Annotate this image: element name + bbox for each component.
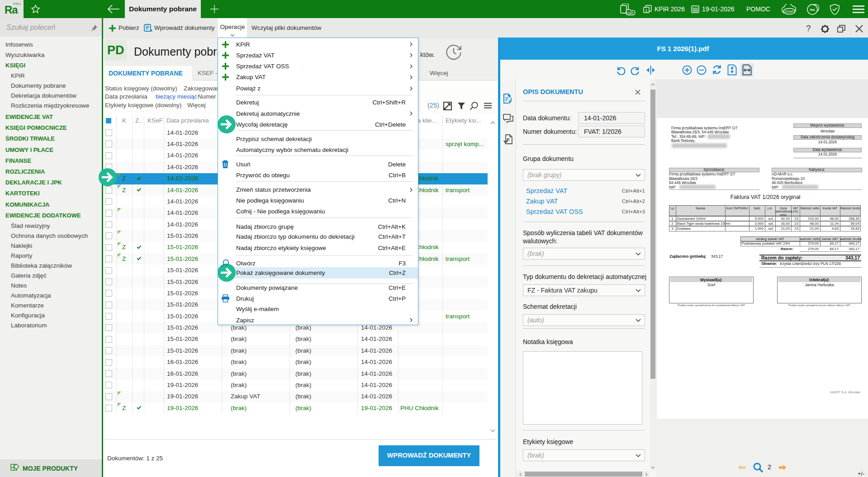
svg-text:KSeF: KSeF [785,9,794,14]
svg-text:1: 1 [645,8,647,13]
svg-text:KSeF: KSeF [626,11,633,14]
svg-text:Ins: Ins [810,8,815,12]
